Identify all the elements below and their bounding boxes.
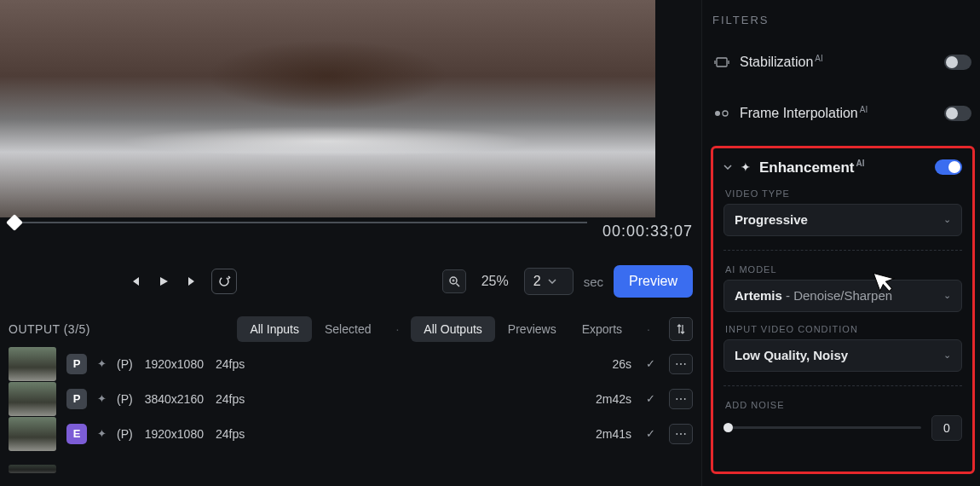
video-preview[interactable] [0,0,655,217]
row-mode: (P) [117,427,133,441]
output-filter-tabs: All Outputs Previews Exports [411,316,635,342]
play-button[interactable] [153,271,174,292]
main-area: 00:00:33;07 25% 2 sec Preview [0,0,701,486]
check-icon: ✓ [642,357,659,370]
ivc-value: Low Quality, Noisy [735,348,848,362]
divider [723,250,962,251]
row-fps: 24fps [216,427,245,441]
step-forward-icon [187,275,199,287]
timeline-track[interactable] [9,222,587,223]
type-badge: E [66,424,87,444]
chevron-down-icon: ⌄ [943,350,951,361]
output-list: P ✦ (P) 1920x1080 24fps 26s ✓ ⋯ P ✦ (P) … [0,347,701,486]
filters-heading: FILTERS [711,0,975,37]
output-row[interactable]: P ✦ (P) 1920x1080 24fps 26s ✓ ⋯ [0,347,701,381]
tab-all-inputs[interactable]: All Inputs [237,316,312,342]
tab-previews[interactable]: Previews [495,316,569,342]
type-badge: P [66,389,87,409]
check-icon: ✓ [642,392,659,405]
play-icon [158,275,170,287]
frame-interp-toggle[interactable] [944,106,971,121]
clip-thumbnail [9,417,56,451]
ai-model-label: AI MODEL [725,264,962,275]
row-resolution: 3840x2160 [145,392,204,406]
row-duration: 2m42s [596,392,631,406]
seconds-value: 2 [533,274,541,289]
step-back-icon [129,275,141,287]
enhancement-title: EnhancementAI [759,159,864,176]
step-back-button[interactable] [124,271,145,292]
loop-icon [217,275,231,288]
filter-stabilization[interactable]: StabilizationAI [711,37,975,88]
chevron-down-icon: ⌄ [943,214,951,225]
sort-icon [677,324,685,334]
seconds-unit: sec [584,275,603,289]
stabilization-icon [714,56,729,68]
row-duration: 2m41s [596,427,631,441]
timecode: 00:00:33;07 [602,223,693,240]
ai-model-value: Artemis - Denoise/Sharpen [735,288,892,303]
sparkle-icon: ✦ [741,160,751,174]
svg-rect-2 [717,58,727,67]
tab-all-outputs[interactable]: All Outputs [411,316,494,342]
input-video-condition-label: INPUT VIDEO CONDITION [725,324,962,334]
add-noise-value[interactable]: 0 [931,415,962,441]
video-type-value: Progressive [735,212,808,227]
tab-selected[interactable]: Selected [312,316,383,342]
chevron-down-icon: ⌄ [943,290,951,301]
timeline-row: 00:00:33;07 [0,217,701,266]
output-header: OUTPUT (3/5) All Inputs Selected · All O… [0,311,701,347]
check-icon: ✓ [642,427,659,440]
video-type-label: VIDEO TYPE [725,188,962,199]
row-fps: 24fps [216,392,245,406]
input-filter-tabs: All Inputs Selected [237,316,383,342]
playback-controls: 25% 2 sec Preview [0,263,701,302]
frame-interpolation-icon [714,108,729,119]
loop-button[interactable] [211,269,237,294]
sparkle-icon: ✦ [97,392,107,405]
seconds-select[interactable]: 2 [524,268,574,295]
output-row[interactable] [0,452,701,486]
type-badge: P [66,354,87,374]
video-type-select[interactable]: Progressive ⌄ [723,204,962,236]
row-fps: 24fps [216,357,245,371]
divider [723,385,962,386]
preview-button[interactable]: Preview [614,265,693,298]
svg-point-3 [715,111,720,116]
clip-thumbnail [9,465,56,473]
filter-frame-interpolation[interactable]: Frame InterpolationAI [711,88,975,139]
output-row[interactable]: E ✦ (P) 1920x1080 24fps 2m41s ✓ ⋯ [0,417,701,451]
row-menu-button[interactable]: ⋯ [669,354,693,374]
output-row[interactable]: P ✦ (P) 3840x2160 24fps 2m42s ✓ ⋯ [0,382,701,416]
zoom-percentage: 25% [481,274,509,289]
row-mode: (P) [117,357,133,371]
sparkle-icon: ✦ [97,427,107,440]
zoom-button[interactable] [442,269,466,293]
add-noise-slider[interactable] [723,426,921,429]
ai-model-select[interactable]: Artemis - Denoise/Sharpen ⌄ [723,280,962,312]
chevron-down-icon [548,279,556,284]
svg-point-4 [723,111,728,116]
magnifier-icon [448,275,460,287]
sort-button[interactable] [669,317,693,341]
row-duration: 26s [612,357,631,371]
svg-point-0 [220,277,228,286]
output-count: OUTPUT (3/5) [9,322,90,336]
collapse-chevron-icon[interactable] [723,165,732,170]
row-menu-button[interactable]: ⋯ [669,389,693,409]
row-resolution: 1920x1080 [145,357,204,371]
enhancement-panel: ✦ EnhancementAI VIDEO TYPE Progressive ⌄… [711,146,975,474]
step-forward-button[interactable] [182,271,203,292]
stabilization-toggle[interactable] [944,55,971,70]
filter-label: StabilizationAI [740,54,823,70]
input-video-condition-select[interactable]: Low Quality, Noisy ⌄ [723,339,962,372]
sparkle-icon: ✦ [97,357,107,370]
add-noise-label: ADD NOISE [725,400,962,410]
row-resolution: 1920x1080 [145,427,204,441]
enhancement-toggle[interactable] [935,159,962,175]
clip-thumbnail [9,382,56,416]
filters-sidebar: FILTERS StabilizationAI Frame Interpolat… [701,0,980,486]
tab-exports[interactable]: Exports [569,316,635,342]
row-menu-button[interactable]: ⋯ [669,424,693,444]
clip-thumbnail [9,347,56,381]
